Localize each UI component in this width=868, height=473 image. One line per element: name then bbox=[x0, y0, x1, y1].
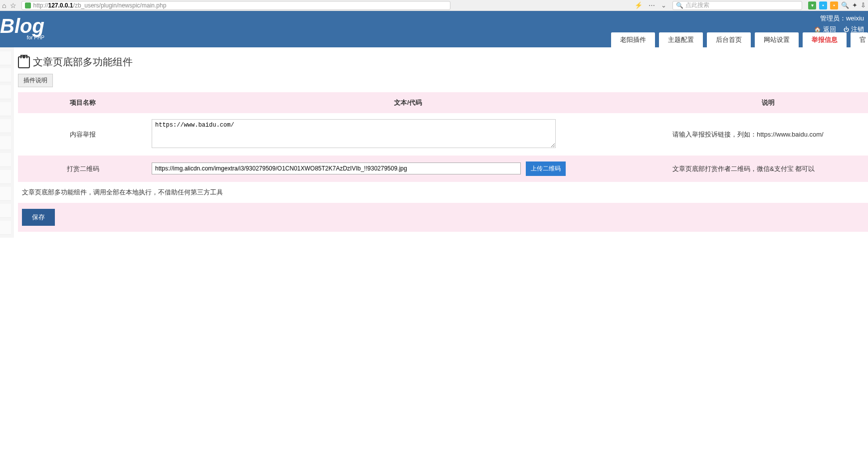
plugin-desc-button[interactable]: 插件说明 bbox=[18, 74, 53, 87]
table-header-row: 项目名称 文本/代码 说明 bbox=[18, 92, 868, 113]
tab-official[interactable]: 官 bbox=[851, 32, 868, 47]
search-placeholder: 点此搜索 bbox=[685, 1, 709, 9]
browser-toolbar: ⌂ ☆ http://127.0.0.1/zb_users/plugin/new… bbox=[0, 0, 868, 11]
browser-search[interactable]: 🔍 点此搜索 bbox=[672, 1, 802, 10]
ext-search-icon[interactable]: 🔍 bbox=[841, 1, 849, 9]
page-title-text: 文章页底部多功能组件 bbox=[33, 55, 133, 69]
tab-report-info[interactable]: 举报信息 bbox=[803, 32, 847, 47]
browser-actions: ⚡ ⋯ ⌄ 🔍 点此搜索 ▾ ▪ ▪ 🔍 ✦ ⇩ bbox=[635, 1, 866, 10]
extension-icons: ▾ ▪ ▪ 🔍 ✦ ⇩ bbox=[808, 1, 866, 9]
sidebar-item[interactable] bbox=[0, 187, 11, 201]
upload-qrcode-button[interactable]: 上传二维码 bbox=[526, 161, 566, 176]
qrcode-url-input[interactable] bbox=[152, 162, 521, 174]
chevron-down-icon[interactable]: ⌄ bbox=[661, 1, 666, 9]
note-row: 文章页底部多功能组件，调用全部在本地执行，不借助任何第三方工具 bbox=[18, 182, 868, 203]
page-title: 文章页底部多功能组件 bbox=[18, 55, 868, 69]
sidebar-item[interactable] bbox=[0, 221, 11, 235]
tab-site-settings[interactable]: 网站设置 bbox=[755, 32, 799, 47]
back-link[interactable]: 🏠 返回 bbox=[814, 25, 836, 33]
url-text: http://127.0.0.1/zb_users/plugin/newspic… bbox=[33, 2, 166, 9]
table-row: 内容举报 请输入举报投诉链接，列如：https://www.baidu.com/ bbox=[18, 113, 868, 156]
sidebar-item[interactable] bbox=[0, 102, 11, 116]
sidebar-item[interactable] bbox=[0, 85, 11, 99]
ext-orange-icon[interactable]: ▪ bbox=[830, 1, 838, 9]
ext-shield-icon[interactable]: ▾ bbox=[808, 1, 816, 9]
more-icon[interactable]: ⋯ bbox=[649, 1, 655, 9]
header-right: 管理员：weixiu 🏠 返回 ⏻ 注销 bbox=[808, 14, 868, 34]
sidebar-item[interactable] bbox=[0, 204, 11, 218]
tab-bar: 老阳插件 主题配置 后台首页 网站设置 举报信息 官 bbox=[611, 32, 868, 47]
report-link-textarea[interactable] bbox=[152, 119, 556, 148]
power-icon: ⏻ bbox=[844, 26, 849, 32]
th-desc: 说明 bbox=[668, 92, 868, 113]
row-input-cell: 上传二维码 bbox=[148, 156, 668, 182]
row-name: 打赏二维码 bbox=[18, 156, 148, 182]
home-icon: 🏠 bbox=[814, 26, 821, 32]
sidebar-item[interactable] bbox=[0, 68, 11, 82]
logout-link[interactable]: ⏻ 注销 bbox=[844, 25, 864, 33]
main-content: 文章页底部多功能组件 插件说明 项目名称 文本/代码 说明 内容举报 请输入举报… bbox=[14, 47, 868, 238]
tab-admin-home[interactable]: 后台首页 bbox=[707, 32, 751, 47]
url-bar[interactable]: http://127.0.0.1/zb_users/plugin/newspic… bbox=[21, 1, 450, 10]
sidebar-item[interactable] bbox=[0, 170, 11, 184]
star-icon[interactable]: ☆ bbox=[10, 1, 16, 9]
row-name: 内容举报 bbox=[18, 113, 148, 156]
ext-blue-icon[interactable]: ▪ bbox=[819, 1, 827, 9]
row-desc: 文章页底部打赏作者二维码，微信&支付宝 都可以 bbox=[668, 156, 868, 182]
logo: Blog for PHP bbox=[0, 11, 44, 47]
sidebar-item[interactable] bbox=[0, 51, 11, 65]
sidebar-item[interactable] bbox=[0, 136, 11, 150]
calendar-icon bbox=[18, 56, 30, 68]
ext-download-icon[interactable]: ⇩ bbox=[861, 1, 866, 9]
ext-puzzle-icon[interactable]: ✦ bbox=[852, 1, 858, 9]
flash-icon[interactable]: ⚡ bbox=[635, 1, 643, 9]
config-table: 项目名称 文本/代码 说明 内容举报 请输入举报投诉链接，列如：https://… bbox=[18, 92, 868, 232]
left-sidebar bbox=[0, 47, 14, 238]
table-row: 打赏二维码 上传二维码 文章页底部打赏作者二维码，微信&支付宝 都可以 bbox=[18, 156, 868, 182]
nav-icons-group: ⌂ ☆ bbox=[2, 1, 16, 9]
sidebar-item[interactable] bbox=[0, 119, 11, 133]
save-button[interactable]: 保存 bbox=[22, 209, 55, 226]
lock-icon bbox=[25, 2, 31, 8]
admin-label: 管理员：weixiu bbox=[808, 14, 868, 23]
row-desc: 请输入举报投诉链接，列如：https://www.baidu.com/ bbox=[668, 113, 868, 156]
th-name: 项目名称 bbox=[18, 92, 148, 113]
home-icon[interactable]: ⌂ bbox=[2, 1, 6, 9]
logo-main: Blog bbox=[0, 16, 44, 36]
sidebar-item[interactable] bbox=[0, 153, 11, 167]
app-header: Blog for PHP 管理员：weixiu 🏠 返回 ⏻ 注销 老阳插件 主… bbox=[0, 11, 868, 47]
tab-laoyang-plugin[interactable]: 老阳插件 bbox=[611, 32, 655, 47]
save-row: 保存 bbox=[18, 203, 868, 232]
search-icon: 🔍 bbox=[676, 2, 683, 9]
row-input-cell bbox=[148, 113, 668, 156]
th-code: 文本/代码 bbox=[148, 92, 668, 113]
note-text: 文章页底部多功能组件，调用全部在本地执行，不借助任何第三方工具 bbox=[18, 182, 868, 203]
tab-theme-config[interactable]: 主题配置 bbox=[659, 32, 703, 47]
